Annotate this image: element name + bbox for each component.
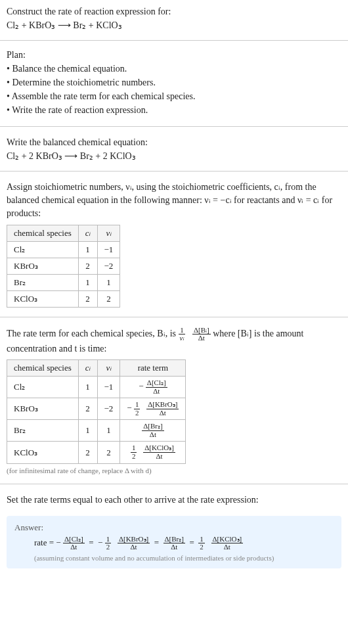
table-row: Br₂ 1 1 Δ[Br₂]Δt bbox=[7, 420, 186, 442]
equation-unbalanced: Cl₂ + KBrO₃ ⟶ Br₂ + KClO₃ bbox=[7, 20, 341, 31]
species-cell: KClO₃ bbox=[7, 290, 79, 307]
divider bbox=[0, 40, 348, 41]
nu-cell: 2 bbox=[97, 442, 120, 463]
nu-cell: 2 bbox=[97, 290, 120, 307]
plan-item: Assemble the rate term for each chemical… bbox=[12, 91, 196, 101]
answer-note: (assuming constant volume and no accumul… bbox=[14, 554, 334, 562]
table-row: Br₂ 1 1 bbox=[7, 274, 120, 290]
nu-cell: 1 bbox=[97, 274, 120, 290]
table-header: cᵢ bbox=[78, 225, 97, 241]
table-header: chemical species bbox=[7, 360, 79, 377]
divider bbox=[0, 317, 348, 317]
table-header: νᵢ bbox=[97, 225, 120, 241]
equation-balanced: Cl₂ + 2 KBrO₃ ⟶ Br₂ + 2 KClO₃ bbox=[7, 150, 341, 162]
rate-term-text: The rate term for each chemical species,… bbox=[7, 327, 341, 356]
fraction: Δ[Bᵢ] Δt bbox=[192, 327, 211, 342]
rate-cell: − Δ[Cl₂]Δt bbox=[120, 377, 186, 398]
table-header: cᵢ bbox=[78, 360, 97, 377]
table-row: KBrO₃ 2 −2 − 12 Δ[KBrO₃]Δt bbox=[7, 398, 186, 420]
nu-cell: −1 bbox=[97, 377, 120, 398]
plan-item: Write the rate of reaction expression. bbox=[12, 105, 148, 115]
table-header: rate term bbox=[120, 360, 186, 377]
nu-cell: −1 bbox=[97, 241, 120, 258]
plan-list: • Balance the chemical equation. • Deter… bbox=[7, 62, 341, 117]
c-cell: 1 bbox=[78, 241, 97, 258]
species-cell: Cl₂ bbox=[7, 241, 79, 258]
answer-box: Answer: rate = − Δ[Cl₂]Δt = − 12 Δ[KBrO₃… bbox=[7, 516, 341, 568]
c-cell: 2 bbox=[78, 258, 97, 274]
page-title: Construct the rate of reaction expressio… bbox=[7, 5, 341, 18]
divider bbox=[0, 171, 348, 172]
table-header: νᵢ bbox=[97, 360, 120, 377]
table-header: chemical species bbox=[7, 225, 79, 241]
table-row: Cl₂ 1 −1 − Δ[Cl₂]Δt bbox=[7, 377, 186, 398]
answer-label: Answer: bbox=[14, 522, 334, 533]
rate-cell: − 12 Δ[KBrO₃]Δt bbox=[120, 398, 186, 420]
c-cell: 1 bbox=[78, 274, 97, 290]
rate-cell: 12 Δ[KClO₃]Δt bbox=[120, 442, 186, 463]
species-cell: Br₂ bbox=[7, 274, 79, 290]
answer-rate: rate = − Δ[Cl₂]Δt = − 12 Δ[KBrO₃]Δt = Δ[… bbox=[14, 536, 334, 551]
rate-cell: Δ[Br₂]Δt bbox=[120, 420, 186, 442]
table-row: KClO₃ 2 2 bbox=[7, 290, 120, 307]
divider bbox=[0, 484, 348, 484]
species-cell: Br₂ bbox=[7, 420, 79, 442]
balanced-title: Write the balanced chemical equation: bbox=[7, 136, 341, 149]
c-cell: 1 bbox=[78, 420, 97, 442]
species-cell: KClO₃ bbox=[7, 442, 79, 463]
c-cell: 2 bbox=[78, 290, 97, 307]
c-cell: 1 bbox=[78, 377, 97, 398]
species-cell: KBrO₃ bbox=[7, 398, 79, 420]
table-row: KBrO₃ 2 −2 bbox=[7, 258, 120, 274]
c-cell: 2 bbox=[78, 442, 97, 463]
species-cell: Cl₂ bbox=[7, 377, 79, 398]
divider bbox=[0, 126, 348, 127]
stoich-table: chemical species cᵢ νᵢ Cl₂ 1 −1 KBrO₃ 2 … bbox=[7, 225, 120, 308]
c-cell: 2 bbox=[78, 398, 97, 420]
rate-term-table: chemical species cᵢ νᵢ rate term Cl₂ 1 −… bbox=[7, 359, 186, 463]
table-row: KClO₃ 2 2 12 Δ[KClO₃]Δt bbox=[7, 442, 186, 463]
footnote: (for infinitesimal rate of change, repla… bbox=[7, 467, 341, 474]
table-row: Cl₂ 1 −1 bbox=[7, 241, 120, 258]
fraction: 1 νᵢ bbox=[179, 327, 186, 342]
plan-title: Plan: bbox=[7, 50, 341, 60]
stoich-text: Assign stoichiometric numbers, νᵢ, using… bbox=[7, 181, 341, 221]
species-cell: KBrO₃ bbox=[7, 258, 79, 274]
plan-item: Determine the stoichiometric numbers. bbox=[12, 78, 156, 87]
nu-cell: −2 bbox=[97, 398, 120, 420]
plan-item: Balance the chemical equation. bbox=[12, 64, 127, 74]
nu-cell: 1 bbox=[97, 420, 120, 442]
nu-cell: −2 bbox=[97, 258, 120, 274]
final-text: Set the rate terms equal to each other t… bbox=[7, 494, 341, 507]
